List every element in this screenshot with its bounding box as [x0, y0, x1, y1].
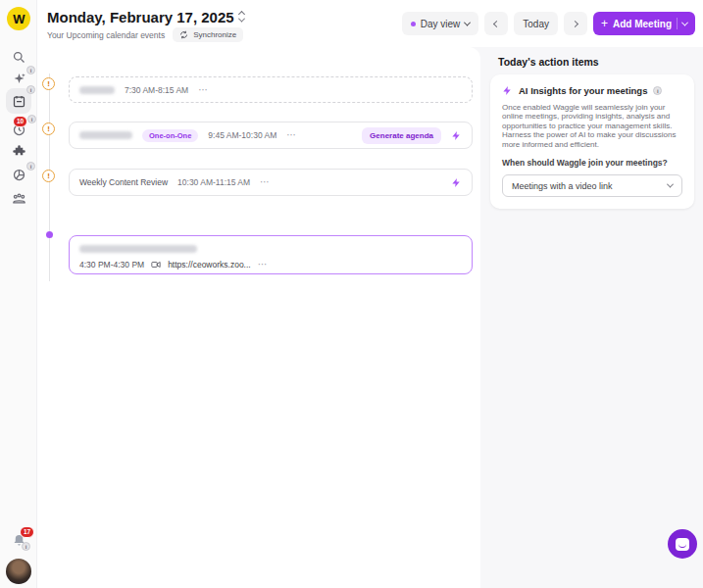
redacted-event-title — [79, 245, 197, 253]
ai-zap-icon[interactable] — [451, 130, 462, 141]
ai-zap-icon[interactable] — [451, 177, 462, 188]
team-icon[interactable] — [9, 188, 28, 208]
page-header: Monday, February 17, 2025 Your Upcoming … — [37, 0, 703, 47]
ai-join-question: When should Waggle join your meetings? — [502, 158, 682, 168]
event-card[interactable]: Weekly Content Review 10:30 AM-11:15 AM … — [69, 169, 473, 196]
reports-pie-icon[interactable] — [9, 165, 28, 184]
event-card-active[interactable]: 4:30 PM-4:30 PM https://ceoworks.zoo... … — [69, 235, 473, 274]
user-avatar[interactable] — [6, 559, 31, 584]
meeting-join-select[interactable]: Meetings with a video link — [502, 174, 682, 197]
info-icon[interactable]: i — [653, 86, 662, 95]
sidebar: W i i 10 i i 17 i — [0, 0, 37, 588]
event-title: Weekly Content Review — [79, 177, 168, 187]
info-badge[interactable]: i — [27, 115, 36, 123]
synchronize-button[interactable]: Synchronize — [173, 27, 243, 42]
chevron-down-icon — [464, 19, 471, 25]
clock-count-badge: 10 — [13, 116, 27, 127]
alert-marker-icon[interactable]: ! — [42, 170, 55, 182]
chevron-right-icon — [572, 20, 578, 26]
info-badge[interactable]: i — [26, 66, 35, 74]
generate-agenda-button[interactable]: Generate agenda — [362, 127, 441, 144]
info-badge[interactable]: i — [26, 85, 35, 94]
waggle-logo[interactable]: W — [7, 7, 30, 30]
date-stepper-icon[interactable] — [239, 12, 244, 23]
ai-sparkles-icon[interactable] — [9, 69, 28, 88]
redacted-event-title — [79, 86, 115, 94]
current-event-dot — [46, 231, 53, 238]
chat-smile-icon — [676, 538, 689, 551]
info-badge[interactable]: i — [26, 162, 35, 171]
view-selector-dropdown[interactable]: Day view — [402, 12, 479, 35]
page-title: Monday, February 17, 2025 — [47, 9, 244, 25]
more-options-icon[interactable]: ⋯ — [260, 177, 270, 187]
button-divider — [677, 18, 678, 29]
event-type-badge: One-on-One — [142, 129, 198, 142]
calendar-icon[interactable] — [9, 91, 28, 111]
prev-day-button[interactable] — [484, 12, 508, 35]
action-items-heading: Today's action items — [498, 56, 599, 68]
more-options-icon[interactable]: ⋯ — [286, 130, 296, 140]
meeting-link[interactable]: https://ceoworks.zoo... — [168, 260, 251, 270]
action-items-panel: Today's action items AI Insights for you… — [471, 47, 703, 588]
today-button[interactable]: Today — [514, 12, 558, 35]
alert-marker-icon[interactable]: ! — [42, 122, 55, 135]
next-day-button[interactable] — [564, 12, 587, 35]
view-color-dot — [411, 22, 416, 26]
event-time: 9:45 AM-10:30 AM — [208, 130, 276, 140]
sync-refresh-icon — [179, 30, 188, 39]
redacted-event-title — [79, 131, 132, 139]
date-title: Monday, February 17, 2025 — [47, 9, 234, 25]
more-options-icon[interactable]: ⋯ — [258, 260, 268, 270]
event-card[interactable]: One-on-One 9:45 AM-10:30 AM ⋯ Generate a… — [69, 122, 473, 149]
calendar-day-view: ! ! ! 7:30 AM-8:15 AM ⋯ One-on-One 9:45 … — [37, 47, 480, 588]
more-options-icon[interactable]: ⋯ — [198, 85, 208, 95]
add-meeting-button[interactable]: + Add Meeting — [593, 12, 695, 35]
select-value: Meetings with a video link — [512, 181, 613, 191]
ai-insights-description: Once enabled Waggle will seamlessly join… — [502, 103, 682, 149]
video-camera-icon — [151, 260, 161, 270]
alert-marker-icon[interactable]: ! — [42, 77, 55, 90]
ai-insights-card: AI Insights for your meetings i Once ena… — [490, 74, 694, 209]
intercom-chat-button[interactable] — [668, 529, 697, 559]
info-badge[interactable]: i — [22, 542, 30, 551]
page-subtitle: Your Upcoming calendar events — [47, 30, 165, 40]
ai-insights-title: AI Insights for your meetings — [519, 85, 647, 96]
search-icon[interactable] — [9, 47, 28, 67]
ai-zap-icon — [502, 85, 513, 96]
event-time: 4:30 PM-4:30 PM — [79, 260, 144, 270]
chevron-left-icon — [493, 20, 500, 26]
chevron-down-icon — [667, 181, 674, 188]
chevron-down-icon — [681, 19, 688, 25]
notifications-count-badge: 17 — [20, 526, 34, 538]
plus-icon: + — [601, 17, 608, 30]
integrations-puzzle-icon[interactable] — [9, 141, 28, 161]
event-time: 10:30 AM-11:15 AM — [177, 177, 250, 187]
event-time: 7:30 AM-8:15 AM — [125, 85, 188, 95]
event-card[interactable]: 7:30 AM-8:15 AM ⋯ — [69, 76, 473, 103]
